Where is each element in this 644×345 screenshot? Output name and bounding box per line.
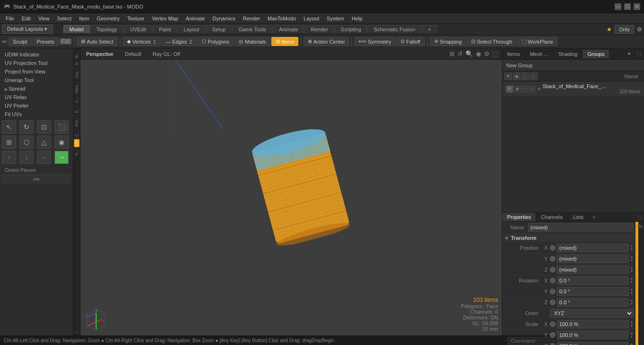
vp-icon-camera[interactable]: ◉: [476, 50, 481, 57]
gi-lock[interactable]: ○: [521, 86, 528, 92]
action-center-button[interactable]: ⊕ Action Center: [304, 37, 349, 46]
strip-b[interactable]: B...: [74, 50, 80, 60]
strip-expand[interactable]: ...: [75, 328, 79, 334]
rtab-expand[interactable]: ⬚: [634, 51, 644, 57]
rot-x-circle[interactable]: [550, 278, 555, 283]
props-strip-btn-1[interactable]: Us...: [635, 223, 644, 230]
symmetry-button[interactable]: ⟺ Symmetry: [354, 37, 395, 46]
strip-uv[interactable]: UV: [74, 139, 80, 147]
tool-fit-uvs[interactable]: Fit UVs: [2, 110, 71, 118]
vp-tab-default[interactable]: Default: [123, 50, 143, 58]
orient-pieces[interactable]: Orient Pieces: [2, 166, 71, 174]
vp-icon-expand[interactable]: ⬚: [492, 50, 498, 57]
order-select[interactable]: XYZ XZY YXZ YZX ZXY ZYX: [550, 309, 634, 318]
strip-c[interactable]: C...: [74, 129, 80, 138]
close-button[interactable]: ✕: [634, 3, 640, 10]
tab-uvedit[interactable]: UVEdit: [124, 25, 152, 33]
scale-y-input[interactable]: [557, 331, 629, 339]
pos-x-circle[interactable]: [550, 245, 555, 251]
title-bar-controls[interactable]: — ☐ ✕: [615, 3, 640, 10]
rtab-dropdown[interactable]: ▾: [625, 51, 634, 57]
tab-animate[interactable]: Animate: [273, 25, 304, 33]
presets-button[interactable]: Presets: [33, 37, 59, 46]
rot-y-input[interactable]: [557, 287, 629, 296]
layout-selector[interactable]: Default Layouts ▾: [2, 25, 53, 34]
sculpt-button[interactable]: Sculpt: [9, 37, 32, 46]
menu-geometry[interactable]: Geometry: [93, 15, 123, 22]
tool-spread[interactable]: Spread: [2, 84, 71, 93]
arrow-right[interactable]: →: [54, 151, 69, 164]
auto-select-button[interactable]: ⊞ Auto Select: [77, 37, 117, 46]
minimize-button[interactable]: —: [615, 3, 621, 10]
tab-layout[interactable]: Layout: [178, 25, 206, 33]
materials-button[interactable]: ◎ Materials: [234, 37, 270, 46]
menu-texture[interactable]: Texture: [124, 15, 148, 22]
menu-system[interactable]: System: [323, 15, 348, 22]
pos-x-input[interactable]: [557, 244, 629, 252]
tool-icon-move[interactable]: ↖: [2, 120, 16, 134]
strip-f[interactable]: F...: [74, 148, 80, 157]
falloff-button[interactable]: ⊙ Falloff: [396, 37, 425, 46]
gcol-eye[interactable]: 👁: [504, 73, 512, 80]
menu-select[interactable]: Select: [53, 15, 75, 22]
vp-icon-rotate[interactable]: ↺: [457, 50, 463, 57]
menu-vertex-map[interactable]: Vertex Map: [148, 15, 182, 22]
tool-udim[interactable]: UDIM Indicator: [2, 50, 71, 59]
gi-render[interactable]: ◉: [514, 86, 520, 92]
tab-schematic[interactable]: Schematic Fusion: [367, 25, 421, 33]
tool-unwrap[interactable]: Unwrap Tool: [2, 76, 71, 84]
tab-model[interactable]: Model: [63, 25, 90, 33]
tool-uv-peeler[interactable]: UV Peeler: [2, 101, 71, 110]
menu-maxtomodo[interactable]: MaxToModo: [264, 15, 300, 22]
menu-layout[interactable]: Layout: [300, 15, 323, 22]
expand-left-panel[interactable]: >>: [2, 174, 71, 183]
ptab-channels[interactable]: Channels: [536, 213, 568, 221]
tab-setup[interactable]: Setup: [206, 25, 232, 33]
gi-eye[interactable]: 👁: [506, 86, 513, 92]
polygons-button[interactable]: ⬡ Polygons: [197, 37, 233, 46]
pos-y-input[interactable]: [557, 254, 629, 263]
strip-pol[interactable]: Pol...: [74, 116, 80, 128]
pos-z-input[interactable]: [557, 265, 629, 274]
strip-d[interactable]: D: [74, 61, 80, 67]
workplane-button[interactable]: ⬚ WorkPlane: [518, 37, 558, 46]
scale-z-input[interactable]: [557, 342, 629, 345]
rtab-shading[interactable]: Shading: [554, 50, 582, 58]
scale-y-circle[interactable]: [550, 332, 555, 338]
snapping-button[interactable]: ✛ Snapping: [430, 37, 466, 46]
menu-render[interactable]: Render: [239, 15, 264, 22]
strip-v[interactable]: V...: [74, 96, 80, 105]
menu-animate[interactable]: Animate: [182, 15, 208, 22]
tab-topology[interactable]: Topology: [90, 25, 123, 33]
vertices-button[interactable]: ◆ Vertices 1: [123, 37, 160, 46]
edges-button[interactable]: — Edges 2: [161, 37, 197, 46]
vp-tab-perspective[interactable]: Perspective: [84, 50, 115, 58]
tab-paint[interactable]: Paint: [153, 25, 177, 33]
star-button[interactable]: ★: [607, 26, 612, 33]
tool-icon-grid[interactable]: ⊞: [2, 136, 16, 149]
tool-icon-scale[interactable]: ⊡: [37, 120, 51, 134]
rot-y-circle[interactable]: [550, 289, 555, 294]
gi-box[interactable]: □: [529, 86, 536, 92]
pos-z-circle[interactable]: [550, 267, 555, 272]
only-button[interactable]: Only: [615, 25, 634, 34]
rot-x-input[interactable]: [557, 276, 629, 285]
tool-icon-tri[interactable]: △: [37, 136, 51, 149]
ptab-properties[interactable]: Properties: [502, 213, 536, 221]
ptab-plus[interactable]: +: [589, 213, 599, 221]
rtab-items[interactable]: Items: [502, 50, 525, 58]
tab-scripting[interactable]: Scripting: [335, 25, 367, 33]
rtab-mesh[interactable]: Mesh ...: [525, 50, 554, 58]
vp-icon-settings[interactable]: ⚙: [484, 50, 490, 57]
gcol-render[interactable]: ◉: [513, 73, 520, 80]
menu-item[interactable]: Item: [75, 15, 93, 22]
scale-z-circle[interactable]: [550, 343, 555, 345]
items-button[interactable]: ⊟ Items: [271, 37, 298, 46]
tab-render[interactable]: Render: [304, 25, 334, 33]
new-group-bar[interactable]: New Group: [502, 60, 644, 71]
strip-du[interactable]: Du...: [74, 67, 80, 79]
ptab-lists[interactable]: Lists: [568, 213, 589, 221]
tool-icon-rotate[interactable]: ↻: [19, 120, 34, 134]
transform-section[interactable]: ▼ Transform: [502, 234, 635, 243]
tab-plus[interactable]: +: [422, 25, 437, 33]
